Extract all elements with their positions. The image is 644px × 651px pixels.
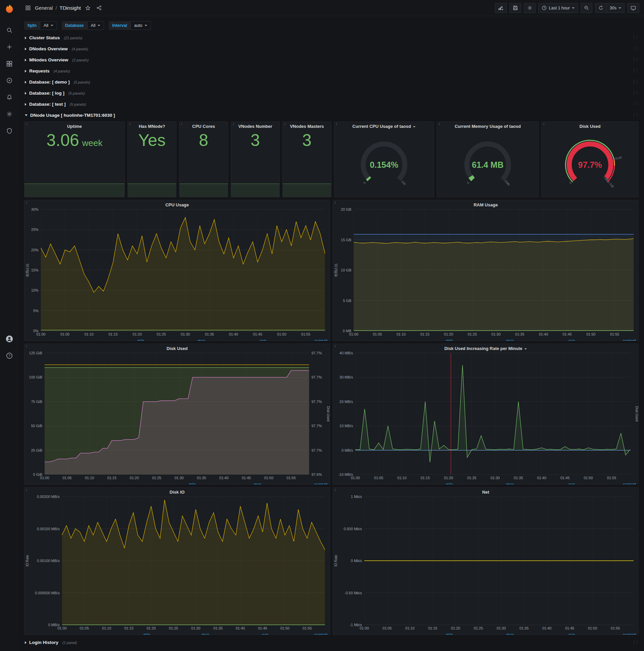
variable-select-database[interactable]: All — [87, 21, 104, 30]
panel-title[interactable]: VNodes Masters — [283, 122, 331, 130]
zoom-out-button[interactable] — [581, 3, 592, 13]
alerting-bell-icon[interactable] — [3, 91, 16, 104]
panel-info-icon[interactable]: i — [26, 344, 27, 348]
cpu-usage-plot[interactable]: 0%5%10%15%20%25%30%01:0001:0501:1001:150… — [25, 207, 330, 338]
variable-select-fqdn[interactable]: All — [40, 21, 57, 30]
panel-info-icon[interactable]: i — [335, 488, 336, 492]
panel-title[interactable]: Current CPU Usage of taosd — [334, 122, 434, 130]
row-dnodes-overview[interactable]: DNodes Overview(4 panels) ⋮⋮ — [24, 44, 639, 54]
help-icon[interactable]: ? — [3, 349, 16, 363]
panel-title[interactable]: Disk Used — [25, 344, 330, 351]
dashboard-settings-button[interactable] — [524, 3, 536, 13]
row-drag-handle[interactable]: ⋮⋮ — [632, 113, 638, 117]
row-drag-handle[interactable]: ⋮⋮ — [632, 68, 638, 73]
legend-header[interactable]: min — [394, 482, 455, 485]
row-cluster-status[interactable]: Cluster Status(21 panels) ⋮⋮ — [24, 33, 639, 42]
memory-usage-gauge[interactable]: 61.4 MB01585 — [437, 130, 538, 196]
panel-info-icon[interactable]: i — [129, 122, 130, 126]
cpu-usage-gauge[interactable]: 0.154%0100 — [334, 130, 434, 196]
panel-info-icon[interactable]: i — [181, 122, 182, 126]
row-drag-handle[interactable]: ⋮⋮ — [632, 640, 638, 644]
dashboard-title[interactable]: TDinsight — [60, 5, 81, 11]
legend-header[interactable]: current — [271, 632, 330, 635]
refresh-interval-picker[interactable]: 30s — [606, 3, 624, 13]
row-drag-handle[interactable]: ⋮⋮ — [632, 101, 638, 106]
panel-info-icon[interactable]: i — [335, 344, 336, 348]
legend-header[interactable]: current — [264, 482, 330, 485]
refresh-button[interactable] — [595, 3, 606, 13]
create-plus-icon[interactable] — [3, 40, 16, 54]
panel-title[interactable]: Current Memory Usage of taosd — [437, 122, 538, 130]
legend-header[interactable]: max — [455, 632, 516, 635]
row-drag-handle[interactable]: ⋮⋮ — [632, 46, 638, 51]
star-icon[interactable] — [84, 4, 92, 12]
legend-header[interactable]: current — [577, 338, 638, 341]
legend-header[interactable]: avg — [207, 338, 269, 341]
share-icon[interactable] — [95, 4, 104, 12]
row-database-log[interactable]: Database: [ log ](5 panels) ⋮⋮ — [24, 88, 639, 98]
row-mnodes-overview[interactable]: MNodes Overview(2 panels) ⋮⋮ — [24, 55, 639, 65]
net-plot[interactable]: -1 Mb/s-0.50 Mb/s0 Mb/s0.500 Mb/s1 Mb/s0… — [333, 495, 638, 632]
apps-grid-icon[interactable] — [24, 4, 32, 12]
row-drag-handle[interactable]: ⋮⋮ — [632, 79, 638, 84]
legend-header[interactable]: min — [86, 338, 147, 341]
legend-header[interactable]: current — [269, 338, 330, 341]
cycle-view-button[interactable] — [627, 3, 639, 13]
disk-used-plot[interactable]: 0 GiB97.6%25 GiB97.7%50 GiB97.7%75 GiB97… — [25, 351, 330, 482]
panel-title[interactable]: Disk Used Increasing Rate per Minute — [333, 344, 638, 351]
panel-info-icon[interactable]: i — [439, 122, 440, 126]
panel-title[interactable]: Has MNode? — [128, 122, 176, 130]
legend-header[interactable]: avg — [516, 482, 577, 485]
legend-header[interactable]: max — [147, 338, 207, 341]
breadcrumb-folder[interactable]: General — [35, 5, 53, 11]
row-database-test[interactable]: Database: [ test ](5 panels) ⋮⋮ — [24, 99, 639, 109]
row-database-demo[interactable]: Database: [ demo ](5 panels) ⋮⋮ — [24, 77, 639, 87]
save-dashboard-button[interactable] — [510, 3, 521, 13]
row-login-history[interactable]: Login History(1 panel) ⋮⋮ — [24, 638, 639, 647]
explore-compass-icon[interactable] — [3, 74, 16, 87]
panel-info-icon[interactable]: i — [26, 122, 27, 126]
row-drag-handle[interactable]: ⋮⋮ — [632, 57, 638, 62]
ram-usage-plot[interactable]: 0 MB5 GB10 GB15 GB20 GB01:0001:0501:1001… — [333, 207, 638, 338]
panel-title[interactable]: Disk Used — [542, 122, 638, 130]
legend-header[interactable]: min — [394, 632, 455, 635]
legend-header[interactable]: avg — [516, 338, 577, 341]
panel-info-icon[interactable]: i — [284, 122, 285, 126]
legend-header[interactable]: min — [394, 338, 455, 341]
panel-title[interactable]: RAM Usage — [333, 200, 638, 207]
grafana-logo[interactable] — [3, 3, 15, 15]
dashboards-icon[interactable] — [3, 57, 16, 70]
legend-header[interactable]: min — [94, 632, 153, 635]
row-drag-handle[interactable]: ⋮⋮ — [632, 35, 638, 40]
disk-io-plot[interactable]: 0 MB/s0.000500 MB/s0.00100 MB/s0.00150 M… — [25, 495, 330, 632]
panel-title[interactable]: Uptime — [25, 122, 124, 130]
search-icon[interactable] — [3, 24, 16, 37]
variable-select-interval[interactable]: auto — [130, 21, 151, 30]
panel-title[interactable]: CPU Usage — [25, 200, 330, 207]
panel-info-icon[interactable]: i — [233, 122, 234, 126]
disk-rate-plot[interactable]: -10 MB/s0 MB/s10 MB/s20 MB/s30 MB/s40 MB… — [333, 351, 638, 482]
panel-info-icon[interactable]: i — [26, 488, 27, 492]
legend-header[interactable]: max — [455, 482, 516, 485]
panel-info-icon[interactable]: i — [335, 201, 336, 204]
panel-title[interactable]: Net — [333, 488, 638, 495]
row-requests[interactable]: Requests(4 panels) ⋮⋮ — [24, 66, 639, 76]
time-range-picker[interactable]: Last 1 hour — [538, 3, 578, 13]
panel-info-icon[interactable]: i — [336, 122, 337, 126]
legend-header[interactable]: max — [198, 482, 264, 485]
panel-info-icon[interactable]: i — [26, 201, 27, 204]
legend-header[interactable]: max — [455, 338, 516, 341]
configuration-gear-icon[interactable] — [3, 107, 16, 121]
panel-title[interactable]: VNodes Number — [231, 122, 280, 130]
legend-header[interactable]: current — [577, 482, 638, 485]
legend-header[interactable]: min — [132, 482, 198, 485]
row-drag-handle[interactable]: ⋮⋮ — [632, 90, 638, 95]
legend-header[interactable]: current — [577, 632, 638, 635]
panel-title[interactable]: Disk IO — [25, 488, 330, 495]
disk-used-gauge[interactable]: 97.7%095.1 GiB75.80 — [542, 130, 638, 196]
legend-header[interactable]: avg — [516, 632, 577, 635]
row-dnode-usage[interactable]: DNode Usage [ huolinhe-TM1701:6030 ] ⋮⋮ — [24, 111, 639, 120]
panel-info-icon[interactable]: i — [543, 122, 544, 126]
legend-header[interactable]: avg — [212, 632, 271, 635]
admin-shield-icon[interactable] — [3, 124, 16, 137]
